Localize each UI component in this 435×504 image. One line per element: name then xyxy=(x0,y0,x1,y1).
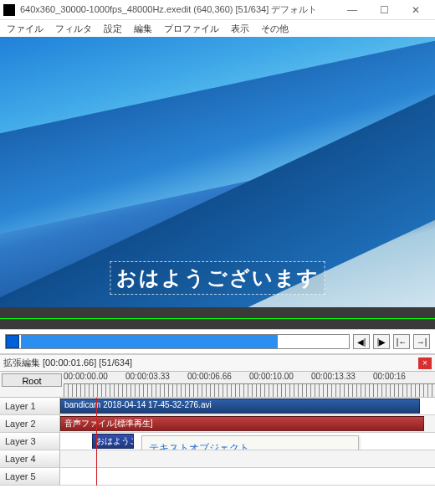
go-end-button[interactable]: →| xyxy=(413,334,430,349)
audio-clip[interactable]: 音声ファイル[標準再生] xyxy=(60,416,424,431)
menu-edit[interactable]: 編集 xyxy=(134,23,152,35)
callout-text: テキストオブジェクト、 またはその付近に赤色の線を 移動する xyxy=(141,435,359,450)
titlebar: 640x360_30000-1000fps_48000Hz.exedit (64… xyxy=(0,0,435,20)
step-back-button[interactable]: ◀| xyxy=(353,334,370,349)
menu-view[interactable]: 表示 xyxy=(231,23,249,35)
seekbar-row: ◀| |▶ |← →| xyxy=(0,329,435,354)
layer-track[interactable] xyxy=(60,450,435,467)
playhead[interactable] xyxy=(96,398,97,486)
timeline-title: 拡張編集 [00:00:01.66] [51/634] xyxy=(3,357,418,369)
seek-fill xyxy=(21,335,278,348)
layer-label[interactable]: Layer 4 xyxy=(0,450,60,467)
seek-slider[interactable] xyxy=(5,334,350,349)
tick: 00:00:16 xyxy=(373,372,435,383)
close-button[interactable]: ✕ xyxy=(400,0,432,20)
step-fwd-button[interactable]: |▶ xyxy=(373,334,390,349)
menu-file[interactable]: ファイル xyxy=(7,23,44,35)
layer-row-5: Layer 5 xyxy=(0,468,435,486)
tick: 00:00:00.00 xyxy=(64,372,125,383)
tick: 00:00:06.66 xyxy=(187,372,249,383)
ruler-marks xyxy=(64,383,435,397)
text-clip[interactable]: おはようご xyxy=(92,434,134,449)
layer-row-1: Layer 1 bandicam 2018-04-14 17-45-32-276… xyxy=(0,398,435,415)
layer-track[interactable]: おはようご テキストオブジェクト、 またはその付近に赤色の線を 移動する xyxy=(60,433,435,450)
video-preview[interactable]: おはようございます xyxy=(0,37,435,307)
app-icon xyxy=(3,4,15,16)
tick: 00:00:10.00 xyxy=(249,372,311,383)
video-clip[interactable]: bandicam 2018-04-14 17-45-32-276.avi xyxy=(60,399,420,414)
window-title: 640x360_30000-1000fps_48000Hz.exedit (64… xyxy=(20,3,336,16)
tick: 00:00:13.33 xyxy=(311,372,373,383)
layer-track[interactable]: bandicam 2018-04-14 17-45-32-276.avi xyxy=(60,398,435,414)
timeline-body: Layer 1 bandicam 2018-04-14 17-45-32-276… xyxy=(0,398,435,486)
go-start-button[interactable]: |← xyxy=(393,334,410,349)
text-object-overlay[interactable]: おはようございます xyxy=(110,261,325,295)
menu-filter[interactable]: フィルタ xyxy=(55,23,92,35)
menu-profile[interactable]: プロファイル xyxy=(164,23,219,35)
ruler-ticks: 00:00:00.00 00:00:03.33 00:00:06.66 00:0… xyxy=(64,372,435,383)
instruction-callout: テキストオブジェクト、 またはその付近に赤色の線を 移動する xyxy=(141,435,359,450)
time-ruler[interactable]: 00:00:00.00 00:00:03.33 00:00:06.66 00:0… xyxy=(64,372,435,397)
layer-label[interactable]: Layer 1 xyxy=(0,398,60,414)
maximize-button[interactable]: ☐ xyxy=(368,0,400,20)
layer-track[interactable]: 音声ファイル[標準再生] xyxy=(60,415,435,432)
menu-settings[interactable]: 設定 xyxy=(104,23,122,35)
layer-row-2: Layer 2 音声ファイル[標準再生] xyxy=(0,415,435,433)
layer-label[interactable]: Layer 2 xyxy=(0,415,60,432)
waveform-area xyxy=(0,307,435,329)
layer-label[interactable]: Layer 5 xyxy=(0,468,60,485)
tick: 00:00:03.33 xyxy=(125,372,187,383)
minimize-button[interactable]: — xyxy=(336,0,368,20)
layer-row-4: Layer 4 xyxy=(0,450,435,468)
timeline-close-button[interactable]: × xyxy=(418,357,432,369)
root-button[interactable]: Root xyxy=(2,373,62,387)
menu-other[interactable]: その他 xyxy=(261,23,289,35)
timeline-header: 拡張編集 [00:00:01.66] [51/634] × xyxy=(0,354,435,371)
layer-track[interactable] xyxy=(60,468,435,485)
layer-label[interactable]: Layer 3 xyxy=(0,433,60,450)
layer-row-3: Layer 3 おはようご テキストオブジェクト、 またはその付近に赤色の線を … xyxy=(0,433,435,450)
ruler-row: Root 00:00:00.00 00:00:03.33 00:00:06.66… xyxy=(0,371,435,398)
menubar: ファイル フィルタ 設定 編集 プロファイル 表示 その他 xyxy=(0,20,435,37)
seek-thumb[interactable] xyxy=(6,335,19,348)
